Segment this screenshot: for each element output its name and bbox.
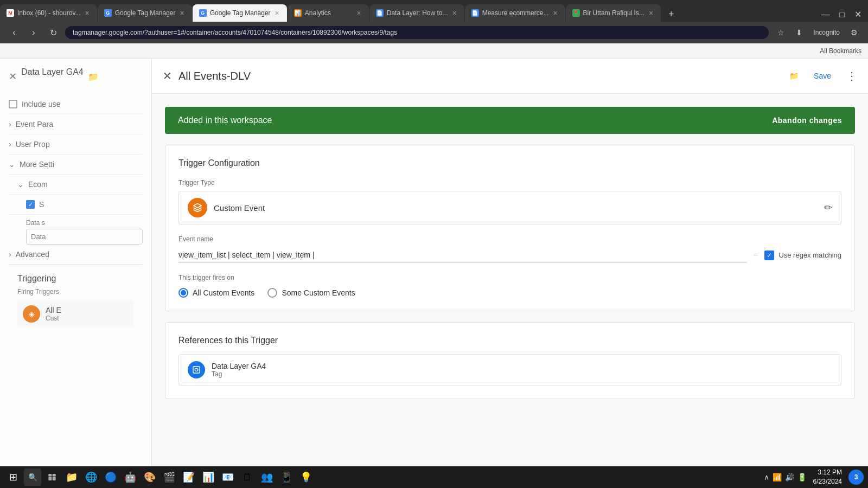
more-settings-row[interactable]: ⌄ More Setti [9,155,143,175]
edit-trigger-type-button[interactable]: ✏ [824,202,832,214]
more-settings-label: More Setti [20,160,54,169]
tab-ecommerce-close[interactable]: × [552,8,558,18]
overlay-close-button[interactable]: ✕ [163,69,172,82]
tray-network[interactable]: 📶 [773,473,782,481]
taskbar-outlook[interactable]: 📧 [219,468,237,486]
forward-button[interactable]: › [26,25,41,40]
event-name-section: Event name ✓ Use regex matching [178,235,841,263]
taskbar-taskview[interactable] [43,468,61,486]
extensions-button[interactable]: ⚙ [846,25,861,40]
taskbar-edge[interactable]: 🌐 [82,468,100,486]
address-input[interactable] [65,26,769,39]
tab-analytics[interactable]: 📊 Analytics × [288,4,369,22]
trigger-item-type: Cust [46,314,61,322]
radio-all-inner [181,290,186,296]
download-button[interactable]: ⬇ [792,25,807,40]
gmail-favicon: M [7,9,14,17]
tab-analytics-close[interactable]: × [356,8,362,18]
close-window-button[interactable]: ✕ [850,7,866,22]
start-button[interactable]: ⊞ [4,468,22,486]
more-options-button[interactable]: ⋮ [846,69,857,82]
tab-gmail-close[interactable]: × [84,8,91,18]
tab-ecommerce-label: Measure ecommerce... [482,9,549,17]
regex-checkbox[interactable]: ✓ [764,251,774,260]
svg-rect-4 [48,477,52,480]
advanced-row[interactable]: › Advanced [9,245,143,265]
fires-on-label: This trigger fires on [178,274,841,281]
taskbar-sticky[interactable]: 🗒 [239,468,256,486]
back-button[interactable]: ‹ [7,25,22,40]
taskbar-app2[interactable]: 💡 [297,468,315,486]
taskbar-excel[interactable]: 📊 [200,468,217,486]
close-left-panel-button[interactable]: ✕ [9,70,17,82]
event-name-row: ✓ Use regex matching [178,247,841,263]
trigger-item[interactable]: ◈ All E Cust [17,301,134,327]
reference-info: Data Layer GA4 Tag [212,362,266,378]
reference-item[interactable]: Data Layer GA4 Tag [178,354,841,386]
left-panel-title: Data Layer GA4 [21,67,84,77]
taskbar-ps[interactable]: 🎨 [141,468,158,486]
taskbar-pr[interactable]: 🎬 [161,468,178,486]
datalayer-favicon: 📄 [376,9,384,17]
radio-all-label: All Custom Events [193,288,254,297]
tab-gmail[interactable]: M Inbox (60) - shourov... × [0,4,97,22]
radio-group: All Custom Events Some Custom Events [178,288,841,298]
clock[interactable]: 3:12 PM 6/23/2024 [809,468,846,486]
taskbar-teams[interactable]: 👥 [258,468,276,486]
folder-icon: 📁 [88,72,99,82]
tab-ecommerce[interactable]: 📄 Measure ecommerce... × [465,4,565,22]
ecommerce-favicon: 📄 [471,9,479,17]
radio-all-custom-events[interactable]: All Custom Events [178,288,254,298]
refresh-button[interactable]: ↻ [46,25,61,40]
ecom-label: Ecom [28,180,48,189]
data-s-input[interactable]: Data [26,229,143,245]
trigger-config-card: Trigger Configuration Trigger Type Custo… [165,145,855,311]
event-params-row[interactable]: › Event Para [9,114,143,134]
trigger-type-label: Trigger Type [178,179,841,187]
user-props-row[interactable]: › User Prop [9,134,143,155]
include-user-label: Include use [22,100,61,108]
tab-gtm2[interactable]: G Google Tag Manager × [193,4,287,22]
maximize-button[interactable]: □ [835,8,849,22]
tab-maps[interactable]: 📍 Bir Uttam Rafiqul Is... × [566,4,661,22]
trigger-type-box[interactable]: Custom Event ✏ [178,191,841,224]
system-tray: ∧ 📶 🔊 🔋 [764,473,807,481]
include-user-row: Include use [9,94,143,114]
content-area: Added in this workspace Abandon changes … [152,94,868,423]
minimize-button[interactable]: — [816,8,834,22]
ecom-sub-row: ✓ S [9,195,143,215]
ecom-checkbox[interactable]: ✓ [26,200,35,209]
incognito-label: Incognito [810,29,843,36]
tray-up-arrow[interactable]: ∧ [764,473,769,481]
event-params-label: Event Para [16,120,53,129]
folder-icon-overlay: 📁 [789,72,799,80]
ecom-row[interactable]: ⌄ Ecom [9,175,143,195]
more-settings-chevron: ⌄ [9,160,15,169]
taskbar-ai[interactable]: 🤖 [122,468,139,486]
tab-datalayer-close[interactable]: × [451,8,458,18]
taskbar-app1[interactable]: 📱 [278,468,295,486]
radio-some-custom-events[interactable]: Some Custom Events [267,288,355,298]
tab-gtm1[interactable]: G Google Tag Manager × [98,4,192,22]
abandon-changes-button[interactable]: Abandon changes [772,116,842,125]
left-panel: ✕ Data Layer GA4 📁 Include use › Event P… [0,59,152,488]
tab-analytics-label: Analytics [305,9,353,17]
tab-maps-close[interactable]: × [648,8,654,18]
trigger-type-section: Trigger Type Custom Event ✏ [178,179,841,224]
event-name-input[interactable] [178,247,747,263]
tab-gtm2-close[interactable]: × [274,8,280,18]
taskbar-chrome[interactable]: 🔵 [102,468,119,486]
maps-favicon: 📍 [572,9,580,17]
tab-datalayer[interactable]: 📄 Data Layer: How to... × [369,4,464,22]
include-user-checkbox[interactable] [9,100,17,108]
taskbar-search[interactable]: 🔍 [24,468,41,486]
bookmark-button[interactable]: ☆ [773,25,788,40]
new-tab-button[interactable]: + [663,7,679,22]
notification-badge[interactable]: 3 [848,470,864,485]
tab-gtm1-close[interactable]: × [179,8,186,18]
save-button[interactable]: Save [805,67,840,85]
event-name-label: Event name [178,235,841,243]
taskbar-word[interactable]: 📝 [180,468,197,486]
tray-sound[interactable]: 🔊 [785,473,794,481]
taskbar-files[interactable]: 📁 [63,468,80,486]
